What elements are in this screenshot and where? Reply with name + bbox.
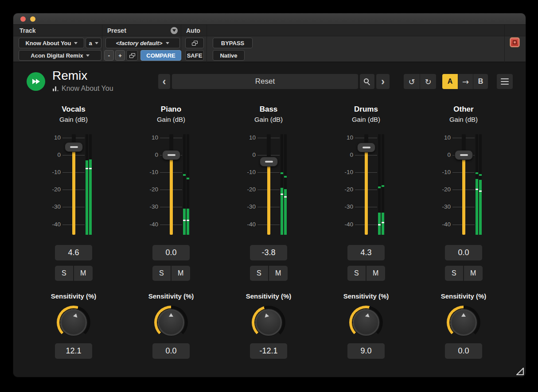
strip-param-label: Gain (dB) [59,116,88,124]
chevron-down-icon [95,42,98,44]
host-toolbar: Track Preset Auto Know About You a Acon … [13,25,526,62]
fader-track-fill [462,155,465,235]
chevron-down-icon [86,54,90,57]
search-icon [364,78,370,85]
ab-a-button[interactable]: A [442,74,458,89]
sensitivity-knob[interactable] [57,306,90,339]
mute-button[interactable]: M [464,266,483,281]
fader-handle[interactable] [260,157,278,167]
level-meter-right [89,134,92,235]
scale-tick-label: -20 [342,186,353,193]
sensitivity-label: Sensitivity (%) [51,292,97,300]
sensitivity-value[interactable]: -12.1 [250,343,287,359]
gain-value[interactable]: 4.6 [55,245,92,260]
gain-fader[interactable]: -40-30-20-10010 [49,134,98,235]
gain-value[interactable]: 4.3 [347,245,385,260]
preset-selector[interactable]: <factory default> [105,38,180,48]
strip-param-label: Gain (dB) [157,116,185,124]
solo-button[interactable]: S [250,266,269,281]
search-button[interactable] [360,74,374,89]
mute-button[interactable]: M [366,266,385,281]
scale-tick-label: -40 [342,221,353,228]
preset-menu-icon[interactable] [171,27,178,34]
channel-strip: Drums Gain (dB) -40-30-20-10010 4.3 S M … [317,105,415,359]
mute-button[interactable]: M [74,266,93,281]
solo-button[interactable]: S [55,266,74,281]
track-selector[interactable]: Know About You [19,38,84,48]
sensitivity-value[interactable]: 12.1 [55,343,92,359]
scale-tick-label: -40 [147,221,158,228]
sensitivity-knob[interactable] [349,306,383,339]
auto-column-label: Auto [186,27,200,34]
copy-preset-button[interactable] [126,50,138,61]
level-meter-right [382,134,384,235]
knob-pointer [264,313,269,317]
arrow-right-icon: → [462,77,469,86]
plugin-selector[interactable]: Acon Digital Remix [19,50,101,61]
menu-button[interactable] [497,74,513,89]
compare-button[interactable]: COMPARE [140,50,181,61]
next-preset-button[interactable]: › [376,74,390,89]
level-meter-left [476,134,478,235]
redo-icon: ↻ [425,77,431,86]
scale-tick-label: -10 [342,169,353,175]
solo-mute-group: S M [445,266,483,281]
gain-fader[interactable]: -40-30-20-10010 [147,134,195,235]
sensitivity-knob[interactable] [252,306,285,339]
sensitivity-knob[interactable] [154,306,188,339]
mute-button[interactable]: M [172,266,190,281]
fader-track-fill [72,147,75,235]
fader-handle[interactable] [357,143,375,152]
track-variant-selector[interactable]: a [86,38,101,48]
redo-button[interactable]: ↻ [420,74,436,89]
gain-fader[interactable]: -40-30-20-10010 [342,134,390,235]
previous-preset-button[interactable]: - [104,50,114,61]
knob-pointer [365,313,370,317]
solo-mute-group: S M [152,266,190,281]
scale-tick-label: -20 [147,186,158,193]
native-button[interactable]: Native [213,50,245,61]
solo-button[interactable]: S [445,266,464,281]
strip-param-label: Gain (dB) [449,116,478,124]
auto-enable-button[interactable] [185,38,204,48]
gain-fader[interactable]: -40-30-20-10010 [244,134,293,235]
gain-value[interactable]: 0.0 [445,245,482,260]
gain-value[interactable]: -3.8 [250,245,287,260]
gain-fader[interactable]: -40-30-20-10010 [439,134,488,235]
safe-button[interactable]: SAFE [185,50,204,61]
fader-handle[interactable] [65,142,83,152]
undo-button[interactable]: ↺ [404,74,420,89]
sensitivity-value[interactable]: 9.0 [347,343,385,359]
plugin-subtitle: Know About You [62,85,113,93]
ab-copy-button[interactable]: → [458,74,473,89]
scale-tick-label: 10 [244,134,256,141]
channel-strip: Vocals Gain (dB) -40-30-20-10010 4.6 S M… [25,105,122,359]
scale-tick-label: 0 [147,151,158,158]
chevron-down-icon [166,42,169,44]
gain-value[interactable]: 0.0 [152,245,190,260]
previous-preset-button[interactable]: ‹ [158,74,170,89]
resize-handle[interactable] [515,366,525,376]
preset-bar[interactable]: Reset [172,74,358,89]
toolbar-label-row [13,25,526,36]
plugin-target-button[interactable] [510,37,520,47]
sensitivity-value[interactable]: 0.0 [445,343,482,359]
scale-tick-label: -20 [439,186,451,193]
mute-button[interactable]: M [269,266,288,281]
ab-compare-group: A → B [442,74,488,89]
minimize-button[interactable] [30,16,35,22]
scale-tick-label: -30 [147,203,158,210]
sensitivity-value[interactable]: 0.0 [152,343,190,359]
ab-b-button[interactable]: B [473,74,488,89]
strip-param-label: Gain (dB) [352,116,380,124]
solo-button[interactable]: S [347,266,366,281]
bypass-button[interactable]: BYPASS [213,38,253,48]
fader-handle[interactable] [162,150,180,160]
strip-name: Vocals [62,105,86,115]
fader-handle[interactable] [455,150,473,160]
level-meter-right [187,134,189,235]
solo-button[interactable]: S [152,266,171,281]
next-preset-button[interactable]: + [115,50,125,61]
close-button[interactable] [20,16,26,22]
sensitivity-knob[interactable] [447,306,480,339]
